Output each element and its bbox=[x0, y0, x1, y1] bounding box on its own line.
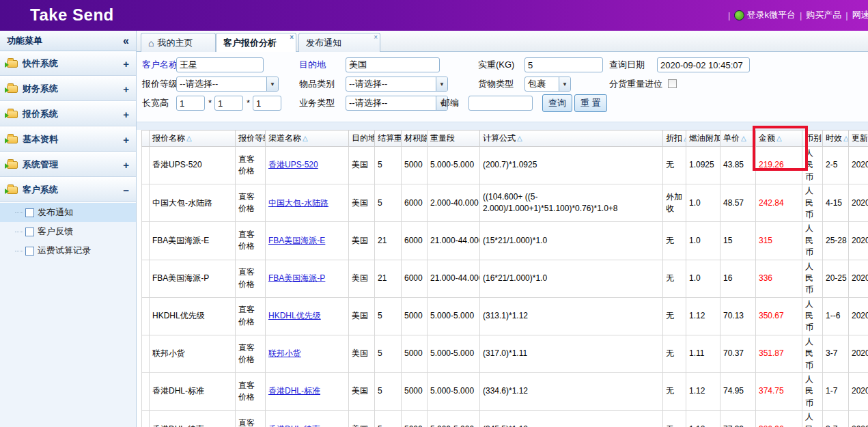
column-header-目的地[interactable]: 目的地△ bbox=[349, 130, 375, 147]
cell-折扣: 无 bbox=[663, 147, 686, 184]
chevron-down-icon[interactable]: ▼ bbox=[266, 77, 278, 91]
cell-渠道名称: FBA美国海派-E bbox=[266, 222, 349, 260]
home-icon: ⌂ bbox=[148, 38, 154, 49]
column-header-更新[interactable]: 更新 bbox=[849, 130, 868, 147]
cell-燃油附加: 1.12 bbox=[686, 373, 720, 411]
dim-length-input[interactable] bbox=[176, 96, 205, 111]
cell-时效: 4-15 bbox=[823, 184, 849, 222]
channel-link[interactable]: FBA美国海派-P bbox=[268, 273, 325, 283]
sort-icon[interactable]: △ bbox=[776, 135, 782, 142]
column-header-label: 结算重 bbox=[378, 133, 402, 143]
dim-width-input[interactable] bbox=[214, 96, 243, 111]
close-icon[interactable]: × bbox=[374, 34, 378, 41]
sidebar-item-运费试算记录[interactable]: 运费试算记录 bbox=[0, 241, 136, 260]
channel-link[interactable]: HKDHL优先级 bbox=[268, 311, 321, 320]
cell-计算公式: (15*21/1.000)*1.0 bbox=[480, 222, 663, 260]
chevron-down-icon[interactable]: ▼ bbox=[436, 77, 447, 91]
channel-link[interactable]: FBA美国海派-E bbox=[268, 236, 325, 245]
column-header-label: 计算公式 bbox=[483, 133, 516, 143]
sidebar-menu-系统管理[interactable]: 系统管理+ bbox=[0, 152, 136, 178]
column-header-折扣[interactable]: 折扣△ bbox=[663, 130, 686, 147]
weight-label: 实重(KG) bbox=[478, 57, 514, 72]
cell-报价等级: 直客价格 bbox=[236, 260, 266, 297]
search-button[interactable]: 查询 bbox=[542, 94, 572, 112]
top-link-3[interactable]: 网速测试 bbox=[852, 9, 868, 21]
column-header-材积除[interactable]: 材积除△ bbox=[402, 130, 428, 147]
cell-渠道名称: HKDHL优先级 bbox=[266, 297, 349, 335]
customer-name-input[interactable] bbox=[176, 57, 264, 72]
sort-icon[interactable]: △ bbox=[741, 135, 746, 142]
dims-separator: * bbox=[247, 96, 250, 111]
weight-input[interactable] bbox=[524, 57, 603, 72]
channel-link[interactable]: 中国大包-水陆路 bbox=[268, 198, 328, 208]
expand-icon[interactable]: + bbox=[123, 109, 129, 120]
cell-更新: 2020 bbox=[849, 147, 868, 184]
sidebar-menu-客户系统[interactable]: 客户系统− bbox=[0, 178, 136, 203]
close-icon[interactable]: × bbox=[290, 34, 294, 41]
tab-发布通知[interactable]: 发布通知× bbox=[298, 33, 380, 52]
channel-link[interactable]: 香港DHL-标准 bbox=[268, 386, 320, 396]
cell-计算公式: (345.5)*1.12 bbox=[480, 411, 663, 427]
cell-单价: 70.37 bbox=[720, 335, 756, 372]
amount-value: 374.75 bbox=[759, 386, 784, 396]
cargo-type-select[interactable]: 包裹 ▼ bbox=[524, 77, 571, 92]
expand-icon[interactable]: + bbox=[123, 134, 129, 146]
channel-link[interactable]: 香港UPS-520 bbox=[268, 160, 318, 169]
column-header-重量段[interactable]: 重量段 bbox=[428, 130, 480, 147]
sidebar-item-客户反馈[interactable]: 客户反馈 bbox=[0, 222, 136, 241]
column-header-结算重[interactable]: 结算重△ bbox=[375, 130, 402, 147]
expand-icon[interactable]: + bbox=[123, 58, 129, 70]
cell-币别: 人民币 bbox=[802, 297, 823, 335]
sidebar-item-发布通知[interactable]: 发布通知 bbox=[0, 203, 136, 222]
cell-报价名称: 联邦小货 bbox=[150, 335, 236, 372]
sidebar-menu-快件系统[interactable]: 快件系统+ bbox=[0, 51, 136, 77]
sort-icon[interactable]: △ bbox=[303, 135, 308, 142]
column-header-渠道名称[interactable]: 渠道名称△ bbox=[266, 130, 349, 147]
column-header-时效[interactable]: 时效△ bbox=[823, 130, 849, 147]
sort-icon[interactable]: △ bbox=[186, 135, 192, 142]
column-header-select[interactable] bbox=[142, 130, 150, 147]
column-header-计算公式[interactable]: 计算公式△ bbox=[480, 130, 663, 147]
cell-重量段: 2.000-40.000 bbox=[428, 184, 480, 222]
sidebar-collapse-icon[interactable]: « bbox=[123, 35, 129, 47]
cell-金额: 386.96 bbox=[756, 411, 802, 427]
channel-link[interactable]: 香港DHL-特惠 bbox=[268, 424, 320, 427]
sidebar-menu-财务系统[interactable]: 财务系统+ bbox=[0, 77, 136, 102]
destination-input[interactable] bbox=[346, 57, 440, 72]
item-type-label: 物品类别 bbox=[299, 77, 335, 92]
tab-我的主页[interactable]: ⌂我的主页 bbox=[141, 33, 216, 52]
top-link-1[interactable]: 登录k微平台 bbox=[734, 9, 796, 21]
expand-icon[interactable]: + bbox=[123, 83, 129, 95]
column-header-币别[interactable]: 币别△ bbox=[802, 130, 823, 147]
reset-button[interactable]: 重 置 bbox=[574, 94, 607, 112]
sort-icon[interactable]: △ bbox=[517, 135, 522, 142]
sidebar-menu-报价系统[interactable]: 报价系统+ bbox=[0, 102, 136, 127]
column-header-报价名称[interactable]: 报价名称△ bbox=[150, 130, 236, 147]
tree-line bbox=[15, 232, 23, 232]
sort-icon[interactable]: △ bbox=[684, 135, 686, 142]
biz-type-select[interactable]: --请选择-- ▼ bbox=[346, 96, 448, 111]
cell-目的地: 美国 bbox=[349, 147, 375, 184]
chevron-down-icon[interactable]: ▼ bbox=[559, 77, 570, 91]
amount-value: 336 bbox=[759, 273, 772, 283]
split-weight-checkbox[interactable] bbox=[668, 79, 677, 88]
item-type-select[interactable]: --请选择-- ▼ bbox=[346, 77, 448, 92]
dim-height-input[interactable] bbox=[253, 96, 281, 111]
sort-icon[interactable]: △ bbox=[843, 135, 849, 142]
column-header-金额[interactable]: 金额△ bbox=[756, 130, 802, 147]
cell-报价等级: 直客价格 bbox=[236, 297, 266, 335]
channel-link[interactable]: 联邦小货 bbox=[268, 348, 301, 358]
collapse-icon[interactable]: − bbox=[123, 184, 129, 196]
table-row: 香港DHL-标准直客价格香港DHL-标准美国550005.000-5.000(3… bbox=[142, 373, 868, 411]
query-date-input[interactable] bbox=[657, 57, 750, 72]
column-header-单价[interactable]: 单价△ bbox=[720, 130, 756, 147]
column-header-报价等级[interactable]: 报价等级△ bbox=[236, 130, 266, 147]
sidebar-menu-基本资料[interactable]: 基本资料+ bbox=[0, 127, 136, 152]
cell-币别: 人民币 bbox=[802, 260, 823, 297]
column-header-燃油附加[interactable]: 燃油附加△ bbox=[686, 130, 720, 147]
quote-grade-select[interactable]: --请选择-- ▼ bbox=[176, 77, 279, 92]
expand-icon[interactable]: + bbox=[123, 159, 129, 171]
zip-input[interactable] bbox=[468, 96, 533, 111]
tab-客户报价分析[interactable]: 客户报价分析× bbox=[216, 33, 296, 53]
top-link-2[interactable]: 购买产品 bbox=[806, 9, 841, 21]
